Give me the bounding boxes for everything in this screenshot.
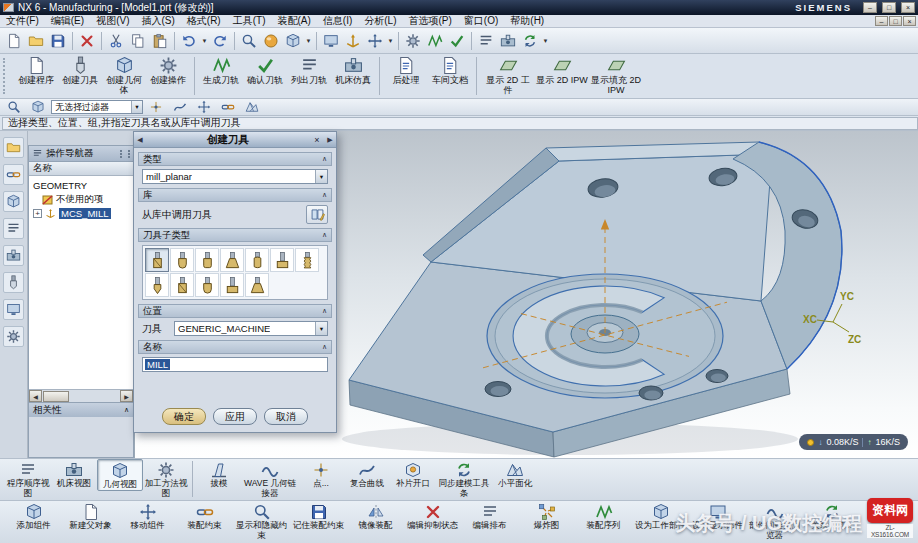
subtype-chamfer-mill[interactable] [220, 248, 244, 272]
csys-icon[interactable] [342, 30, 364, 52]
move-component-button[interactable]: 移动组件 [119, 501, 176, 531]
maximize-button[interactable]: □ [882, 2, 896, 13]
part-navigator-icon[interactable] [3, 191, 24, 212]
paste-icon[interactable] [149, 30, 171, 52]
subtype-ball-mill-2[interactable] [195, 273, 219, 297]
dialog-close-icon[interactable]: × [310, 135, 324, 145]
child-close-button[interactable]: × [903, 16, 916, 26]
point-button[interactable]: 点... [298, 459, 344, 489]
menu-format[interactable]: 格式(R) [181, 14, 227, 28]
subtype-bull-nose-mill[interactable] [195, 248, 219, 272]
menu-insert[interactable]: 插入(S) [135, 14, 180, 28]
combo-arrow-icon[interactable]: ▼ [315, 322, 327, 335]
machine-simulation-button[interactable]: 机床仿真 [331, 54, 375, 98]
geometry-view-button[interactable]: 几何视图 [97, 459, 143, 491]
snap-move-icon[interactable] [193, 96, 215, 118]
tool-name-input[interactable]: MILL [142, 357, 328, 372]
cancel-button[interactable]: 取消 [264, 408, 308, 425]
type-section-header[interactable]: 类型 ∧ [138, 152, 332, 166]
close-button[interactable]: × [901, 2, 915, 13]
snap-point-icon[interactable] [145, 96, 167, 118]
remember-constraints-button[interactable]: 记住装配约束 [290, 501, 347, 531]
toolbar-options-icon[interactable]: ▼ [541, 38, 550, 44]
undo-dropdown-icon[interactable]: ▼ [200, 38, 209, 44]
type-combo[interactable]: mill_planar ▼ [142, 169, 328, 184]
edit-suppression-state-button[interactable]: 编辑抑制状态 [404, 501, 461, 531]
toolpath-icon[interactable] [424, 30, 446, 52]
machining-method-view-button[interactable]: 加工方法视图 [143, 459, 189, 498]
web-browser-icon[interactable] [3, 299, 24, 320]
move-object-icon[interactable] [364, 30, 386, 52]
new-file-icon[interactable] [3, 30, 25, 52]
wireframe-view-icon[interactable] [282, 30, 304, 52]
copy-icon[interactable] [127, 30, 149, 52]
create-tool-button[interactable]: 创建刀具 [58, 54, 102, 98]
menu-tools[interactable]: 工具(T) [227, 14, 272, 28]
subtype-t-slot-cutter[interactable] [270, 248, 294, 272]
history-icon[interactable] [3, 326, 24, 347]
machine-icon[interactable] [497, 30, 519, 52]
delete-icon[interactable] [76, 30, 98, 52]
ok-button[interactable]: 确定 [162, 408, 206, 425]
menu-window[interactable]: 窗口(O) [458, 14, 504, 28]
exploded-view-button[interactable]: 爆炸图 [518, 501, 575, 531]
sync-icon[interactable] [519, 30, 541, 52]
child-minimize-button[interactable]: – [875, 16, 888, 26]
settings-icon[interactable] [402, 30, 424, 52]
list-icon[interactable] [475, 30, 497, 52]
scroll-right-icon[interactable]: ▶ [120, 390, 133, 402]
generate-toolpath-button[interactable]: 生成刀轨 [199, 54, 243, 98]
scrollbar-thumb[interactable] [43, 391, 69, 402]
subtype-barrel-mill[interactable] [245, 248, 269, 272]
create-geometry-button[interactable]: 创建几何体 [102, 54, 146, 98]
assembly-constraints-button[interactable]: 装配约束 [176, 501, 233, 531]
location-section-header[interactable]: 位置 ∧ [138, 304, 332, 318]
undo-icon[interactable] [178, 30, 200, 52]
facet-body-button[interactable]: 小平面化 [492, 459, 538, 489]
patch-opening-button[interactable]: 补片开口 [390, 459, 436, 489]
assembly-navigator-icon[interactable] [3, 137, 24, 158]
shaded-view-icon[interactable] [260, 30, 282, 52]
select-solid-icon[interactable] [27, 96, 49, 118]
open-file-icon[interactable] [25, 30, 47, 52]
subtype-t-cutter-2[interactable] [220, 273, 244, 297]
constraint-navigator-icon[interactable] [3, 164, 24, 185]
create-new-parent-button[interactable]: 新建父对象 [62, 501, 119, 531]
show-2d-workpiece-button[interactable]: 显示 2D 工件 [481, 54, 535, 98]
dependencies-section-header[interactable]: 相关性 ∧ [29, 402, 133, 417]
verify-toolpath-button[interactable]: 确认刀轨 [243, 54, 287, 98]
menu-view[interactable]: 视图(V) [90, 14, 135, 28]
menu-edit[interactable]: 编辑(E) [45, 14, 90, 28]
horizontal-scrollbar[interactable]: ◀ ▶ [29, 389, 133, 402]
machine-tool-view-button[interactable]: 机床视图 [51, 459, 97, 489]
combo-arrow-icon[interactable]: ▼ [131, 101, 142, 113]
composite-curve-button[interactable]: 复合曲线 [344, 459, 390, 489]
subtype-ball-mill[interactable] [170, 248, 194, 272]
name-section-header[interactable]: 名称 ∧ [138, 340, 332, 354]
subtype-drill[interactable] [145, 273, 169, 297]
call-tool-from-library-button[interactable] [306, 205, 328, 224]
dialog-titlebar[interactable]: ◀ 创建刀具 × ▶ [134, 132, 336, 148]
tree-row-mcs-mill[interactable]: + MCS_MILL [29, 206, 133, 220]
verify-icon[interactable] [446, 30, 468, 52]
program-order-view-button[interactable]: 程序顺序视图 [5, 459, 51, 498]
mirror-assembly-button[interactable]: 镜像装配 [347, 501, 404, 531]
synchronous-modeling-toolbar-button[interactable]: 同步建模工具条 [436, 459, 492, 498]
subtype-face-mill[interactable] [170, 273, 194, 297]
wave-geometry-linker-button[interactable]: WAVE 几何链接器 [242, 459, 298, 498]
tool-subtype-section-header[interactable]: 刀具子类型 ∧ [138, 228, 332, 242]
child-restore-button[interactable]: □ [889, 16, 902, 26]
tool-location-combo[interactable]: GENERIC_MACHINE ▼ [174, 321, 328, 336]
show-hide-constraints-button[interactable]: 显示和隐藏约束 [233, 501, 290, 540]
menu-analysis[interactable]: 分析(L) [358, 14, 402, 28]
selection-filter-combo[interactable]: 无选择过滤器 ▼ [51, 100, 143, 114]
create-operation-button[interactable]: 创建操作 [146, 54, 190, 98]
apply-button[interactable]: 应用 [213, 408, 257, 425]
cut-icon[interactable] [105, 30, 127, 52]
tree-row-geometry[interactable]: GEOMETRY [29, 178, 133, 192]
zoom-icon[interactable] [238, 30, 260, 52]
tree-row-unused-items[interactable]: 不使用的项 [29, 192, 133, 206]
list-toolpath-button[interactable]: 列出刀轨 [287, 54, 331, 98]
create-program-button[interactable]: 创建程序 [14, 54, 58, 98]
snap-curve-icon[interactable] [169, 96, 191, 118]
